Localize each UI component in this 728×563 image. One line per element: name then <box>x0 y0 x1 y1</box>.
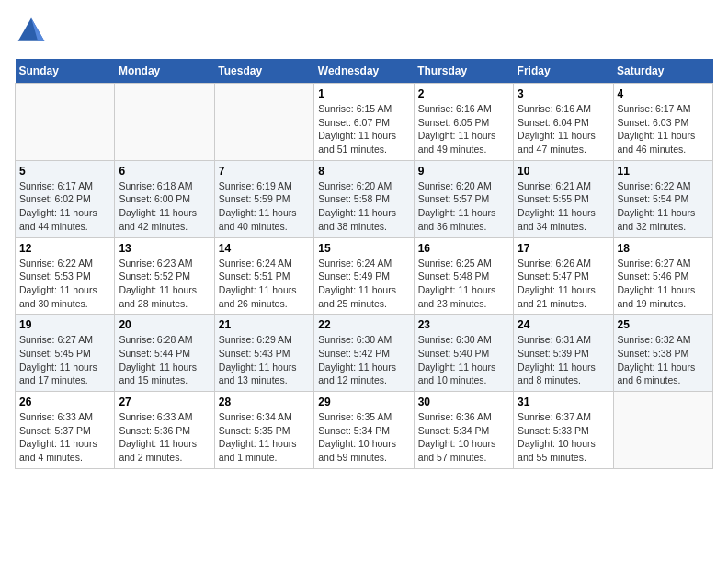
calendar-cell: 25Sunrise: 6:32 AM Sunset: 5:38 PM Dayli… <box>613 315 712 392</box>
day-number: 12 <box>19 242 110 255</box>
day-info: Sunrise: 6:21 AM Sunset: 5:55 PM Dayligh… <box>518 179 609 234</box>
day-info: Sunrise: 6:20 AM Sunset: 5:58 PM Dayligh… <box>318 179 409 234</box>
calendar-cell: 8Sunrise: 6:20 AM Sunset: 5:58 PM Daylig… <box>314 160 414 237</box>
day-number: 19 <box>19 318 110 331</box>
logo-icon <box>15 15 48 48</box>
day-info: Sunrise: 6:24 AM Sunset: 5:51 PM Dayligh… <box>219 257 310 311</box>
calendar-week-row: 19Sunrise: 6:27 AM Sunset: 5:45 PM Dayli… <box>16 315 713 392</box>
calendar-week-row: 5Sunrise: 6:17 AM Sunset: 6:02 PM Daylig… <box>16 160 713 237</box>
calendar-cell: 21Sunrise: 6:29 AM Sunset: 5:43 PM Dayli… <box>214 315 313 392</box>
calendar-cell: 10Sunrise: 6:21 AM Sunset: 5:55 PM Dayli… <box>514 160 613 237</box>
day-info: Sunrise: 6:16 AM Sunset: 6:04 PM Dayligh… <box>518 102 609 156</box>
day-info: Sunrise: 6:34 AM Sunset: 5:35 PM Dayligh… <box>219 410 310 465</box>
day-info: Sunrise: 6:22 AM Sunset: 5:53 PM Dayligh… <box>19 257 110 311</box>
day-number: 7 <box>219 165 310 178</box>
day-number: 10 <box>518 165 609 178</box>
day-number: 30 <box>418 396 509 408</box>
day-info: Sunrise: 6:29 AM Sunset: 5:43 PM Dayligh… <box>219 333 310 387</box>
day-info: Sunrise: 6:37 AM Sunset: 5:33 PM Dayligh… <box>518 410 609 465</box>
day-number: 28 <box>219 396 310 408</box>
day-info: Sunrise: 6:27 AM Sunset: 5:45 PM Dayligh… <box>19 333 110 387</box>
calendar-cell: 11Sunrise: 6:22 AM Sunset: 5:54 PM Dayli… <box>613 160 712 237</box>
calendar-cell <box>16 84 115 161</box>
calendar-cell: 2Sunrise: 6:16 AM Sunset: 6:05 PM Daylig… <box>414 84 513 161</box>
calendar-cell <box>613 392 712 469</box>
calendar-cell <box>214 84 313 161</box>
day-of-week-header: Monday <box>115 59 214 84</box>
calendar-header-row: SundayMondayTuesdayWednesdayThursdayFrid… <box>16 59 713 84</box>
calendar-week-row: 26Sunrise: 6:33 AM Sunset: 5:37 PM Dayli… <box>16 392 713 469</box>
calendar-cell: 14Sunrise: 6:24 AM Sunset: 5:51 PM Dayli… <box>214 237 313 315</box>
day-info: Sunrise: 6:17 AM Sunset: 6:03 PM Dayligh… <box>618 102 709 156</box>
calendar-cell: 3Sunrise: 6:16 AM Sunset: 6:04 PM Daylig… <box>514 84 613 161</box>
day-info: Sunrise: 6:15 AM Sunset: 6:07 PM Dayligh… <box>318 102 409 156</box>
day-number: 23 <box>418 318 509 331</box>
calendar-cell: 15Sunrise: 6:24 AM Sunset: 5:49 PM Dayli… <box>314 237 414 315</box>
day-info: Sunrise: 6:25 AM Sunset: 5:48 PM Dayligh… <box>418 257 509 311</box>
day-number: 4 <box>618 87 709 100</box>
day-number: 6 <box>119 165 210 178</box>
day-info: Sunrise: 6:36 AM Sunset: 5:34 PM Dayligh… <box>418 410 509 465</box>
day-info: Sunrise: 6:30 AM Sunset: 5:40 PM Dayligh… <box>418 333 509 387</box>
calendar-cell: 9Sunrise: 6:20 AM Sunset: 5:57 PM Daylig… <box>414 160 513 237</box>
day-info: Sunrise: 6:23 AM Sunset: 5:52 PM Dayligh… <box>119 257 210 311</box>
calendar-cell: 16Sunrise: 6:25 AM Sunset: 5:48 PM Dayli… <box>414 237 513 315</box>
calendar-cell: 29Sunrise: 6:35 AM Sunset: 5:34 PM Dayli… <box>314 392 414 469</box>
day-number: 2 <box>418 87 509 100</box>
day-number: 27 <box>119 396 210 408</box>
calendar-cell: 30Sunrise: 6:36 AM Sunset: 5:34 PM Dayli… <box>414 392 513 469</box>
calendar-cell: 12Sunrise: 6:22 AM Sunset: 5:53 PM Dayli… <box>16 237 115 315</box>
day-info: Sunrise: 6:20 AM Sunset: 5:57 PM Dayligh… <box>418 179 509 234</box>
calendar-week-row: 12Sunrise: 6:22 AM Sunset: 5:53 PM Dayli… <box>16 237 713 315</box>
calendar-cell: 23Sunrise: 6:30 AM Sunset: 5:40 PM Dayli… <box>414 315 513 392</box>
day-number: 15 <box>318 242 409 255</box>
calendar-cell: 31Sunrise: 6:37 AM Sunset: 5:33 PM Dayli… <box>514 392 613 469</box>
day-info: Sunrise: 6:26 AM Sunset: 5:47 PM Dayligh… <box>518 257 609 311</box>
calendar-cell: 24Sunrise: 6:31 AM Sunset: 5:39 PM Dayli… <box>514 315 613 392</box>
day-info: Sunrise: 6:35 AM Sunset: 5:34 PM Dayligh… <box>318 410 409 465</box>
day-info: Sunrise: 6:31 AM Sunset: 5:39 PM Dayligh… <box>518 333 609 387</box>
calendar-cell: 6Sunrise: 6:18 AM Sunset: 6:00 PM Daylig… <box>115 160 214 237</box>
day-number: 9 <box>418 165 509 178</box>
page-header <box>15 15 713 48</box>
day-info: Sunrise: 6:33 AM Sunset: 5:37 PM Dayligh… <box>19 410 110 465</box>
day-of-week-header: Friday <box>514 59 613 84</box>
day-number: 22 <box>318 318 409 331</box>
day-number: 14 <box>219 242 310 255</box>
day-of-week-header: Thursday <box>414 59 513 84</box>
calendar-cell: 26Sunrise: 6:33 AM Sunset: 5:37 PM Dayli… <box>16 392 115 469</box>
day-number: 25 <box>618 318 709 331</box>
day-of-week-header: Wednesday <box>314 59 414 84</box>
day-info: Sunrise: 6:32 AM Sunset: 5:38 PM Dayligh… <box>618 333 709 387</box>
day-of-week-header: Tuesday <box>214 59 313 84</box>
day-info: Sunrise: 6:28 AM Sunset: 5:44 PM Dayligh… <box>119 333 210 387</box>
day-info: Sunrise: 6:27 AM Sunset: 5:46 PM Dayligh… <box>618 257 709 311</box>
day-of-week-header: Sunday <box>16 59 115 84</box>
calendar-cell: 28Sunrise: 6:34 AM Sunset: 5:35 PM Dayli… <box>214 392 313 469</box>
day-number: 11 <box>618 165 709 178</box>
day-number: 21 <box>219 318 310 331</box>
calendar-cell: 20Sunrise: 6:28 AM Sunset: 5:44 PM Dayli… <box>115 315 214 392</box>
calendar-cell: 13Sunrise: 6:23 AM Sunset: 5:52 PM Dayli… <box>115 237 214 315</box>
calendar-cell: 22Sunrise: 6:30 AM Sunset: 5:42 PM Dayli… <box>314 315 414 392</box>
day-info: Sunrise: 6:19 AM Sunset: 5:59 PM Dayligh… <box>219 179 310 234</box>
calendar-cell: 7Sunrise: 6:19 AM Sunset: 5:59 PM Daylig… <box>214 160 313 237</box>
calendar-cell: 5Sunrise: 6:17 AM Sunset: 6:02 PM Daylig… <box>16 160 115 237</box>
day-number: 18 <box>618 242 709 255</box>
calendar-cell <box>115 84 214 161</box>
day-info: Sunrise: 6:17 AM Sunset: 6:02 PM Dayligh… <box>19 179 110 234</box>
day-number: 31 <box>518 396 609 408</box>
day-number: 3 <box>518 87 609 100</box>
calendar-cell: 1Sunrise: 6:15 AM Sunset: 6:07 PM Daylig… <box>314 84 414 161</box>
day-info: Sunrise: 6:24 AM Sunset: 5:49 PM Dayligh… <box>318 257 409 311</box>
day-info: Sunrise: 6:18 AM Sunset: 6:00 PM Dayligh… <box>119 179 210 234</box>
day-number: 13 <box>119 242 210 255</box>
day-of-week-header: Saturday <box>613 59 712 84</box>
day-number: 8 <box>318 165 409 178</box>
day-number: 29 <box>318 396 409 408</box>
day-number: 20 <box>119 318 210 331</box>
calendar-cell: 17Sunrise: 6:26 AM Sunset: 5:47 PM Dayli… <box>514 237 613 315</box>
day-info: Sunrise: 6:33 AM Sunset: 5:36 PM Dayligh… <box>119 410 210 465</box>
calendar-table: SundayMondayTuesdayWednesdayThursdayFrid… <box>15 59 713 469</box>
day-number: 5 <box>19 165 110 178</box>
